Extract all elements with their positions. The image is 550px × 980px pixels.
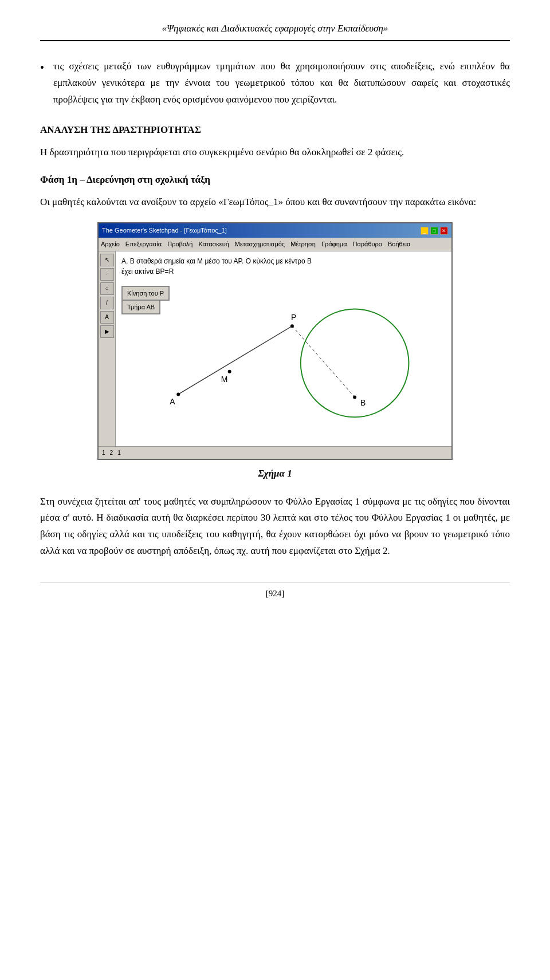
status-2: 2 [110, 448, 113, 458]
menu-epexergasia[interactable]: Επεξεργασία [125, 239, 162, 250]
status-1: 1 [102, 448, 105, 458]
menu-kataskeyh[interactable]: Κατασκευή [198, 239, 229, 250]
status-3: 1 [117, 448, 121, 458]
sketchpad-canvas: Α, Β σταθερά σημεία και Μ μέσο του ΑΡ. Ο… [116, 251, 451, 446]
tool-arrow[interactable]: ↖ [100, 254, 114, 266]
sketchpad-body: ↖ · ○ / A ▶ Α, Β σταθερά σημεία και Μ μέ… [99, 251, 451, 446]
svg-point-4 [228, 369, 231, 373]
figure-caption: Σχήμα 1 [258, 466, 292, 482]
phase1-title: Φάση 1η – Διερεύνηση στη σχολική τάξη [40, 172, 510, 188]
bullet-text: τις σχέσεις μεταξύ των ευθυγράμμων τμημά… [53, 58, 510, 108]
menu-metrisi[interactable]: Μέτρηση [290, 239, 316, 250]
svg-point-3 [176, 392, 180, 396]
minimize-btn[interactable]: _ [421, 227, 429, 235]
page-number: [924] [266, 589, 285, 598]
header-title: «Ψηφιακές και Διαδικτυακές εφαρμογές στη… [162, 23, 388, 34]
svg-point-5 [290, 324, 294, 328]
analysis-title: ΑΝΑΛΥΣΗ ΤΗΣ ΔΡΑΣΤΗΡΙΟΤΗΤΑΣ [40, 122, 510, 139]
canvas-svg: A M P B [116, 251, 451, 446]
phase1-section: Φάση 1η – Διερεύνηση στη σχολική τάξη Οι… [40, 172, 510, 211]
tool-line[interactable]: / [100, 297, 114, 309]
close-btn[interactable]: ✕ [440, 227, 448, 235]
bullet-item: • τις σχέσεις μεταξύ των ευθυγράμμων τμη… [40, 58, 510, 108]
menu-provoli[interactable]: Προβολή [167, 239, 192, 250]
tool-point[interactable]: · [100, 268, 114, 281]
svg-line-0 [178, 326, 292, 394]
menu-voitheia[interactable]: Βοήθεια [388, 239, 410, 250]
tool-circle[interactable]: ○ [100, 282, 114, 295]
tool-arrow2[interactable]: ▶ [100, 325, 114, 338]
sketchpad-window: The Geometer's Sketchpad - [ΓεωμΤόπος_1]… [97, 222, 453, 459]
menu-metasximatismos[interactable]: Μετασχηματισμός [235, 239, 285, 250]
menu-arxeio[interactable]: Αρχείο [101, 239, 120, 250]
sketchpad-titlebar: The Geometer's Sketchpad - [ΓεωμΤόπος_1]… [99, 223, 451, 238]
titlebar-controls: _ □ ✕ [421, 227, 448, 235]
svg-text:B: B [360, 398, 366, 407]
svg-text:M: M [221, 374, 228, 383]
sketchpad-menubar: Αρχείο Επεξεργασία Προβολή Κατασκευή Μετ… [99, 238, 451, 251]
svg-text:P: P [291, 313, 296, 322]
svg-point-6 [353, 395, 356, 399]
maximize-btn[interactable]: □ [430, 227, 438, 235]
figure-container: The Geometer's Sketchpad - [ΓεωμΤόπος_1]… [40, 222, 510, 482]
sketchpad-title: The Geometer's Sketchpad - [ΓεωμΤόπος_1] [102, 225, 227, 236]
sketchpad-tools: ↖ · ○ / A ▶ [99, 251, 116, 446]
page-header: «Ψηφιακές και Διαδικτυακές εφαρμογές στη… [40, 23, 510, 41]
analysis-section: ΑΝΑΛΥΣΗ ΤΗΣ ΔΡΑΣΤΗΡΙΟΤΗΤΑΣ Η δραστηριότη… [40, 122, 510, 161]
sketchpad-statusbar: 1 2 1 [99, 446, 451, 459]
main-content: • τις σχέσεις μεταξύ των ευθυγράμμων τμη… [40, 58, 510, 560]
menu-parathyro[interactable]: Παράθυρο [353, 239, 382, 250]
bullet-dot: • [40, 58, 44, 77]
bullet-section: • τις σχέσεις μεταξύ των ευθυγράμμων τμη… [40, 58, 510, 108]
tool-text[interactable]: A [100, 311, 114, 324]
phase1-text: Οι μαθητές καλούνται να ανοίξουν το αρχε… [40, 194, 510, 211]
svg-text:A: A [170, 397, 175, 406]
analysis-text: Η δραστηριότητα που περιγράφεται στο συγ… [40, 144, 510, 161]
continuation-text: Στη συνέχεια ζητείται απ' τους μαθητές ν… [40, 494, 510, 560]
svg-line-1 [292, 326, 355, 397]
page-footer: [924] [40, 583, 510, 599]
menu-grafima[interactable]: Γράφημα [321, 239, 347, 250]
svg-point-2 [301, 309, 409, 417]
